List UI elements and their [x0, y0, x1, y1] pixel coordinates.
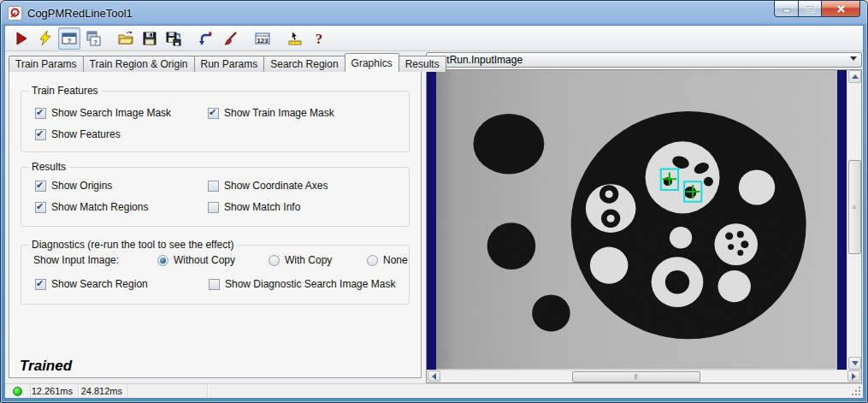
params-panel: Train Params Train Region & Origin Run P…	[5, 51, 425, 383]
show-input-image-label: Show Input Image:	[33, 254, 157, 266]
svg-text:123: 123	[257, 36, 269, 44]
title-bar[interactable]: CogPMRedLineTool1	[1, 1, 867, 25]
image-right-border	[837, 70, 847, 370]
tab-run-params[interactable]: Run Params	[194, 56, 265, 72]
resize-grip[interactable]	[851, 386, 861, 396]
checkbox-show-features[interactable]: Show Features	[35, 128, 208, 140]
checkbox-label: Show Origins	[51, 180, 112, 192]
checkbox-label: Show Match Regions	[51, 201, 148, 213]
tab-train-region-origin[interactable]: Train Region & Origin	[83, 56, 195, 72]
scroll-left-button[interactable]	[428, 370, 440, 382]
run-once-button[interactable]	[34, 27, 56, 50]
radio-with-copy[interactable]: With Copy	[269, 254, 367, 266]
checkbox-box	[35, 279, 46, 290]
checkbox-box	[35, 129, 46, 140]
window-title: CogPMRedLineTool1	[27, 7, 133, 20]
save-as-button[interactable]	[162, 27, 185, 50]
toolbar: ? ?	[5, 26, 863, 51]
scroll-right-button[interactable]	[847, 370, 860, 382]
run-time-panel: 12.261ms	[31, 384, 79, 398]
diagnostics-groupbox: Diagnostics (re-run the tool to see the …	[21, 245, 410, 305]
checkbox-show-coordinate-axes[interactable]: Show Coordinate Axes	[208, 180, 409, 192]
svg-text:?: ?	[68, 37, 72, 44]
input-image-view[interactable]	[436, 70, 837, 370]
svg-text:?: ?	[93, 38, 97, 45]
float-window-button[interactable]: ?	[58, 27, 80, 50]
tab-search-region[interactable]: Search Region	[263, 56, 345, 72]
reset-icon	[198, 30, 215, 47]
maximize-button[interactable]	[799, 1, 822, 17]
radio-circle	[367, 255, 378, 266]
radio-label: Without Copy	[174, 254, 235, 266]
checkbox-show-search-region[interactable]: Show Search Region	[35, 278, 209, 290]
checkbox-box	[35, 202, 46, 213]
checkbox-box	[209, 279, 220, 290]
checkbox-box	[35, 181, 46, 192]
save-as-icon	[165, 30, 182, 47]
checkbox-show-match-regions[interactable]: Show Match Regions	[35, 201, 208, 213]
open-file-button[interactable]	[115, 27, 137, 50]
checkbox-box	[208, 202, 219, 213]
status-spacer-panel	[128, 384, 208, 398]
radio-none[interactable]: None	[367, 254, 408, 266]
run-icon	[13, 30, 30, 47]
edit-script-button[interactable]	[219, 27, 241, 50]
run-button[interactable]	[10, 27, 32, 50]
groupbox-title: Diagnostics (re-run the tool to see the …	[28, 239, 238, 251]
pointer-measure-button[interactable]	[284, 27, 306, 50]
radio-label: None	[383, 254, 408, 266]
chevron-down-icon	[850, 56, 857, 61]
radio-without-copy[interactable]: Without Copy	[157, 254, 269, 266]
checkbox-show-diagnostic-search-image-mask[interactable]: Show Diagnostic Search Image Mask	[209, 278, 409, 290]
help-button[interactable]: ?	[308, 27, 330, 50]
run-time-value: 12.261ms	[32, 386, 73, 396]
edit-script-icon	[221, 30, 239, 47]
copy-window-button[interactable]: ?	[82, 27, 104, 50]
save-button[interactable]	[139, 27, 161, 50]
checkbox-label: Show Search Image Mask	[51, 107, 171, 119]
radio-label: With Copy	[285, 254, 332, 266]
tab-strip: Train Params Train Region & Origin Run P…	[5, 53, 425, 72]
radio-circle	[269, 255, 280, 266]
checkbox-box	[35, 108, 46, 119]
tab-train-params[interactable]: Train Params	[9, 56, 84, 72]
run-once-lightning-icon	[37, 30, 54, 47]
svg-text:?: ?	[316, 31, 323, 47]
checkbox-show-match-info[interactable]: Show Match Info	[208, 201, 409, 213]
close-button[interactable]	[822, 1, 860, 17]
minimize-button[interactable]	[774, 1, 799, 17]
copy-window-icon: ?	[85, 30, 102, 47]
checkbox-label: Show Match Info	[224, 201, 300, 213]
checkbox-label: Show Features	[51, 128, 121, 140]
vertical-scroll-thumb[interactable]: ≡	[848, 160, 861, 254]
scroll-down-button[interactable]	[848, 357, 861, 370]
checkbox-label: Show Coordinate Axes	[224, 180, 328, 192]
checkbox-box	[208, 108, 219, 119]
app-window: CogPMRedLineTool1	[0, 0, 868, 403]
pointer-measure-icon	[286, 30, 304, 47]
horizontal-scroll-thumb[interactable]: ⦀	[572, 371, 700, 382]
app-logo-icon	[8, 6, 22, 21]
total-time-value: 24.812ms	[81, 386, 122, 396]
scroll-up-button[interactable]	[848, 70, 861, 83]
tab-graphics[interactable]: Graphics	[345, 53, 399, 72]
reset-button[interactable]	[195, 27, 217, 50]
checkbox-show-origins[interactable]: Show Origins	[35, 180, 208, 192]
status-green-dot-icon	[13, 387, 22, 396]
show-values-icon: 123	[254, 30, 271, 47]
checkbox-show-train-image-mask[interactable]: Show Train Image Mask	[208, 107, 409, 119]
vertical-scrollbar[interactable]: ≡	[847, 70, 861, 370]
horizontal-scrollbar[interactable]: ⦀	[427, 370, 861, 382]
open-file-icon	[117, 30, 134, 47]
checkbox-box	[208, 181, 219, 192]
checkbox-label: Show Search Region	[51, 278, 148, 290]
image-display: ≡ ⦀	[426, 69, 862, 383]
trained-status-text: Trained	[20, 358, 72, 375]
graphics-tab-page: Train Features Show Search Image Mask Sh…	[9, 71, 422, 378]
record-select-dropdown[interactable]: LastRun.InputImage	[426, 52, 862, 68]
checkbox-show-search-image-mask[interactable]: Show Search Image Mask	[35, 107, 208, 119]
tab-results[interactable]: Results	[399, 56, 446, 72]
help-icon: ?	[310, 30, 328, 47]
show-values-button[interactable]: 123	[251, 27, 274, 50]
image-display-panel: LastRun.InputImage	[425, 51, 863, 383]
